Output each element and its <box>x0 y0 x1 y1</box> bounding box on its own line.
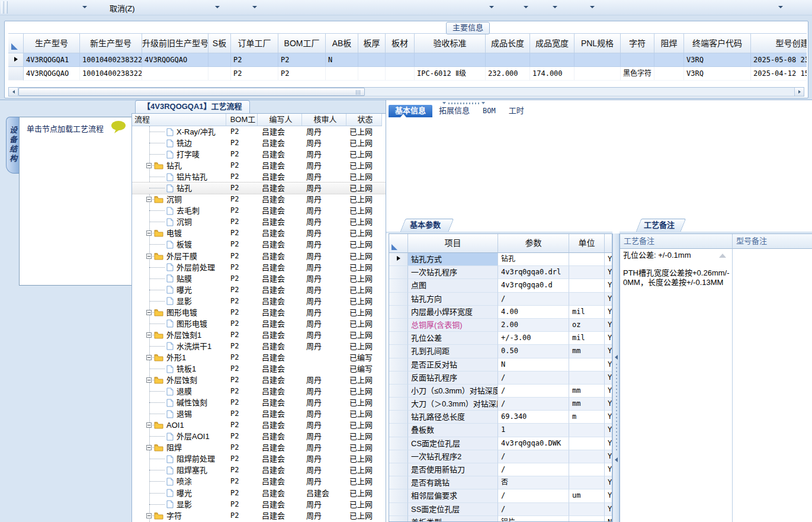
tab-device-structure[interactable]: 设备结构 <box>6 117 19 174</box>
column-header[interactable]: 字符 <box>621 33 654 53</box>
param-row[interactable]: 大刀（＞0.3mm）对钻深度/mmY <box>389 398 612 411</box>
expand-minus-icon[interactable] <box>146 377 152 383</box>
tree-node[interactable]: 图形电镀 <box>132 307 226 318</box>
tree-node[interactable]: 沉铜 <box>132 216 226 228</box>
param-row[interactable]: 反面钻孔程序/Y <box>389 372 612 385</box>
param-value-cell[interactable]: / <box>498 293 569 306</box>
process-flow-title-tab[interactable]: 【4V3RQOGQA1】工艺流程 <box>135 100 250 113</box>
column-header[interactable]: PNL规格 <box>575 33 621 53</box>
param-column-header[interactable]: 参数 <box>498 234 569 253</box>
collapse-left-icon[interactable] <box>615 355 618 360</box>
params-notes-splitter[interactable] <box>612 233 620 522</box>
column-header[interactable]: 成品宽度 <box>530 33 575 53</box>
param-value-cell[interactable]: / <box>498 372 569 385</box>
tab-基本信息[interactable]: 基本信息 <box>389 105 432 117</box>
table-row[interactable]: 4V3RQOGQAO10010400238322P2P2IPC-6012 Ⅱ级2… <box>8 67 807 81</box>
tree-node[interactable]: 外层前处理 <box>132 262 226 273</box>
tree-node[interactable]: 板镀 <box>132 239 226 250</box>
expand-minus-icon[interactable] <box>146 197 152 202</box>
param-value-cell[interactable]: 0.50 <box>498 345 569 358</box>
tree-column-header[interactable]: 状态 <box>346 114 382 126</box>
param-row[interactable]: 是否正反对钻NY <box>389 358 612 372</box>
param-row[interactable]: 是否有跳钻否Y <box>389 476 612 489</box>
expand-minus-icon[interactable] <box>146 254 152 259</box>
tree-node[interactable]: 喷涂 <box>132 476 226 487</box>
column-header[interactable]: 板厚 <box>358 33 386 53</box>
param-value-cell[interactable]: / <box>498 489 569 502</box>
tree-node[interactable]: 水洗烘干1 <box>132 341 226 352</box>
param-column-header[interactable]: 单位 <box>569 234 605 253</box>
tree-node[interactable]: 铣边 <box>132 137 226 149</box>
column-header[interactable]: 阻焊 <box>654 33 684 53</box>
hscroll-thumb[interactable] <box>18 88 365 96</box>
column-header[interactable]: 终端客户代码 <box>684 33 751 53</box>
dropdown-arrow-icon[interactable] <box>553 6 557 8</box>
tree-node[interactable]: AOI1 <box>132 419 226 431</box>
table-row[interactable]: 4V3RQOGQA1100104002383224V3RQOGQAOP2P2NV… <box>8 53 807 67</box>
dropdown-arrow-icon[interactable] <box>215 6 220 8</box>
param-row[interactable]: CS面定位孔层4v3rq0gqa0.DWKY <box>389 437 612 450</box>
column-header[interactable]: BOM工厂 <box>278 33 326 53</box>
column-header[interactable]: 新生产型号 <box>80 33 142 53</box>
column-header[interactable]: S板 <box>208 33 231 53</box>
notes-col-model[interactable]: 型号备注 <box>733 234 812 249</box>
param-row[interactable]: 相邻层偏要求/umY <box>389 489 612 502</box>
column-header[interactable]: 生产型号 <box>24 33 80 53</box>
tree-node[interactable]: 字符 <box>132 510 226 521</box>
tree-column-header[interactable]: 核审人 <box>302 114 346 126</box>
param-value-cell[interactable]: / <box>498 385 569 398</box>
param-value-cell[interactable]: N <box>498 358 569 372</box>
tab-process-notes[interactable]: 工艺备注 <box>635 219 683 232</box>
dropdown-arrow-icon[interactable] <box>524 6 528 8</box>
param-row[interactable]: 小刀（≤0.3mm）对钻深度/mmY <box>389 385 612 398</box>
dropdown-arrow-icon[interactable] <box>252 6 257 8</box>
param-value-cell[interactable]: 4v3rq0gqa0.DWK <box>498 437 569 450</box>
param-row[interactable]: 钻孔方式钻孔Y <box>389 253 612 266</box>
tree-node[interactable]: 退膜 <box>132 386 226 397</box>
tree-node[interactable]: 沉铜 <box>132 194 226 205</box>
tree-node[interactable]: 阻焊 <box>132 442 226 453</box>
param-row[interactable]: 盖板类型铝片N <box>389 516 612 522</box>
process-note-cell[interactable]: 孔位公差: +/-0.1mm PTH槽孔宽度公差按+0.26mm/-0MM，长度… <box>620 249 733 522</box>
tree-node[interactable]: 退锡 <box>132 408 226 419</box>
tab-basic-params[interactable]: 基本参数 <box>399 219 451 232</box>
notes-col-process[interactable]: 工艺备注 <box>620 234 733 249</box>
toolbar-grip[interactable] <box>5 1 8 14</box>
param-value-cell[interactable]: 4v3rq0gqa0.d <box>498 279 569 292</box>
column-header[interactable]: 验收标准 <box>415 33 486 53</box>
tree-node[interactable]: 电镀 <box>132 228 226 239</box>
dropdown-arrow-icon[interactable] <box>489 6 494 8</box>
tree-node[interactable]: 阻焊前处理 <box>132 453 226 465</box>
param-row[interactable]: 孔到孔间距0.50mmY <box>389 345 612 358</box>
tree-node[interactable]: 铣板1 <box>132 363 226 374</box>
param-row[interactable]: 是否使用新钻刀/Y <box>389 463 612 476</box>
param-column-header[interactable]: 项目 <box>408 234 498 253</box>
param-row[interactable]: 点图4v3rq0gqa0.dY <box>389 279 612 292</box>
expand-minus-icon[interactable] <box>146 163 152 168</box>
tree-node[interactable]: 图形电镀 <box>132 318 226 329</box>
param-row[interactable]: 钻孔路径总长度69.340mY <box>389 411 612 424</box>
tree-node[interactable]: X-Ray/冲孔 <box>132 126 226 137</box>
dropdown-arrow-icon[interactable] <box>778 6 783 8</box>
param-value-cell[interactable]: / <box>498 503 569 516</box>
dropdown-arrow-icon[interactable] <box>590 6 595 8</box>
param-value-cell[interactable]: 2.00 <box>498 319 569 332</box>
param-row[interactable]: 一次钻孔程序4v3rq0gqa0.drlY <box>389 266 612 279</box>
scroll-left-icon[interactable] <box>9 88 18 96</box>
param-value-cell[interactable]: / <box>498 450 569 463</box>
param-value-cell[interactable]: 铝片 <box>498 516 569 522</box>
tree-node[interactable]: 碱性蚀刻 <box>132 397 226 408</box>
tree-node[interactable]: 曝光 <box>132 488 226 499</box>
expand-minus-icon[interactable] <box>146 230 152 236</box>
tree-node[interactable]: 阻焊塞孔 <box>132 465 226 476</box>
tree-node[interactable]: 外层蚀刻1 <box>132 329 226 341</box>
param-row[interactable]: 内层最小焊环宽度4.00milY <box>389 306 612 319</box>
expand-minus-icon[interactable] <box>146 310 152 315</box>
tree-column-header[interactable]: 流程 <box>132 114 226 126</box>
tab-工时[interactable]: 工时 <box>502 105 531 117</box>
column-header[interactable]: 订单工厂 <box>231 33 278 53</box>
device-tree-panel[interactable]: 单击节点加载工艺流程 <box>19 117 136 286</box>
column-header[interactable]: 升级前旧生产型号 <box>142 33 208 53</box>
tree-node[interactable]: 显影 <box>132 499 226 510</box>
cancel-menu-item[interactable]: 取消(Z) <box>110 2 135 14</box>
